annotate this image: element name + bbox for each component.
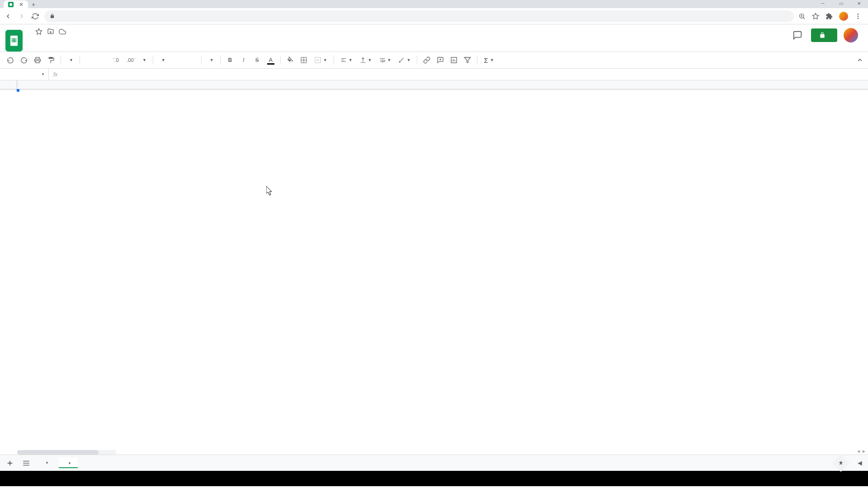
menu-format[interactable] xyxy=(60,37,67,41)
title-area xyxy=(27,28,105,41)
extensions-icon[interactable] xyxy=(826,13,833,20)
chevron-down-icon[interactable]: ▼ xyxy=(68,461,71,465)
comment-button[interactable] xyxy=(434,54,446,66)
merge-button[interactable]: ▼ xyxy=(311,56,330,64)
collapse-toolbar-icon[interactable] xyxy=(856,56,863,64)
svg-rect-0 xyxy=(9,3,12,5)
undo-button[interactable] xyxy=(5,54,16,66)
bottom-bar xyxy=(0,471,868,486)
functions-button[interactable]: Σ▼ xyxy=(481,56,496,64)
svg-point-4 xyxy=(858,18,859,19)
sheets-logo[interactable] xyxy=(5,30,23,52)
sheet-bar: ▼ ▼ ◄ xyxy=(0,455,868,471)
grid-area: ◄ ► xyxy=(0,80,868,455)
horizontal-scrollbar[interactable] xyxy=(17,450,117,455)
header-right xyxy=(790,28,863,42)
menu-tools[interactable] xyxy=(76,37,83,41)
fill-color-button[interactable] xyxy=(284,54,296,66)
number-format-select[interactable]: ▼ xyxy=(138,58,149,62)
svg-rect-9 xyxy=(14,38,14,42)
print-button[interactable] xyxy=(32,54,43,66)
svg-rect-10 xyxy=(36,57,39,59)
formula-input[interactable] xyxy=(62,69,868,80)
menu-insert[interactable] xyxy=(52,37,59,41)
comments-button[interactable] xyxy=(790,28,805,42)
redo-button[interactable] xyxy=(18,54,30,66)
reload-button[interactable] xyxy=(31,12,40,21)
formula-bar: ▼ fx xyxy=(0,69,868,80)
forward-button[interactable] xyxy=(17,12,26,21)
doc-title[interactable] xyxy=(27,31,31,33)
nav-right-icon[interactable]: ► xyxy=(862,449,866,454)
browser-chrome: ✕ + xyxy=(0,0,868,24)
menu-edit[interactable] xyxy=(35,37,42,41)
paint-format-button[interactable] xyxy=(45,54,57,66)
menu-file[interactable] xyxy=(27,37,34,41)
lock-icon xyxy=(50,14,55,19)
strikethrough-button[interactable]: S xyxy=(251,54,263,66)
new-tab-button[interactable]: + xyxy=(28,1,39,8)
address-bar xyxy=(0,8,868,24)
nav-left-icon[interactable]: ◄ xyxy=(856,449,861,454)
chrome-menu-icon[interactable] xyxy=(854,13,862,20)
profile-avatar-small[interactable] xyxy=(839,12,848,21)
star-icon[interactable] xyxy=(35,28,42,35)
filter-button[interactable] xyxy=(462,54,473,66)
share-button[interactable] xyxy=(811,28,837,42)
name-box[interactable]: ▼ xyxy=(0,69,49,80)
sheet-tab-1[interactable]: ▼ xyxy=(36,458,55,468)
all-sheets-button[interactable] xyxy=(20,457,33,469)
font-size-select[interactable]: ▼ xyxy=(205,58,217,62)
add-sheet-button[interactable] xyxy=(4,457,16,469)
svg-point-3 xyxy=(858,15,859,17)
menu-bar xyxy=(27,37,105,41)
window-maximize[interactable]: ▭ xyxy=(832,0,850,6)
column-headers xyxy=(0,80,868,89)
select-all-corner[interactable] xyxy=(0,80,17,89)
tab-close-icon[interactable]: ✕ xyxy=(19,1,24,8)
menu-view[interactable] xyxy=(43,37,51,41)
currency-button[interactable] xyxy=(84,54,95,66)
menu-data[interactable] xyxy=(68,37,75,41)
window-close[interactable]: ✕ xyxy=(850,0,868,6)
halign-button[interactable]: ▼ xyxy=(338,57,355,63)
menu-help[interactable] xyxy=(92,37,99,41)
rotate-button[interactable]: ▼ xyxy=(396,57,413,63)
wrap-button[interactable]: ▼ xyxy=(377,57,394,63)
chevron-down-icon[interactable]: ▼ xyxy=(45,461,49,465)
toolbar: ▼ .0← .00→ ▼ ▼ ▼ B I S A ▼ ▼ ▼ ▼ ▼ Σ▼ xyxy=(0,52,868,69)
svg-point-2 xyxy=(858,14,859,15)
inc-decimals-button[interactable]: .00→ xyxy=(124,54,136,66)
sheet-nav-arrows: ◄ ► xyxy=(856,449,866,454)
font-select[interactable]: ▼ xyxy=(157,58,198,62)
url-input[interactable] xyxy=(44,10,794,22)
cloud-status-icon[interactable] xyxy=(59,28,66,35)
window-controls: ─ ▭ ✕ xyxy=(814,0,868,6)
menu-addons[interactable] xyxy=(84,37,91,41)
zoom-icon[interactable] xyxy=(798,13,806,20)
move-icon[interactable] xyxy=(47,28,54,35)
user-avatar[interactable] xyxy=(844,28,858,42)
browser-tab[interactable]: ✕ xyxy=(4,0,28,8)
borders-button[interactable] xyxy=(298,54,310,66)
tab-bar: ✕ + xyxy=(0,0,868,8)
scrollbar-thumb[interactable] xyxy=(17,450,99,455)
text-color-button[interactable]: A xyxy=(265,54,277,66)
chart-button[interactable] xyxy=(448,54,460,66)
dec-decimals-button[interactable]: .0← xyxy=(111,54,123,66)
bookmark-icon[interactable] xyxy=(812,13,819,20)
back-button[interactable] xyxy=(4,12,13,21)
percent-button[interactable] xyxy=(97,54,109,66)
sheet-tab-2[interactable]: ▼ xyxy=(59,458,78,468)
italic-button[interactable]: I xyxy=(238,54,250,66)
fx-label: fx xyxy=(49,71,62,78)
bold-button[interactable]: B xyxy=(224,54,236,66)
sheets-header xyxy=(0,24,868,52)
svg-rect-11 xyxy=(36,61,39,63)
zoom-select[interactable]: ▼ xyxy=(65,58,76,62)
window-minimize[interactable]: ─ xyxy=(814,0,832,6)
valign-button[interactable]: ▼ xyxy=(357,57,375,63)
explore-button[interactable] xyxy=(832,454,850,472)
side-panel-toggle[interactable]: ◄ xyxy=(855,459,864,467)
link-button[interactable] xyxy=(421,54,433,66)
